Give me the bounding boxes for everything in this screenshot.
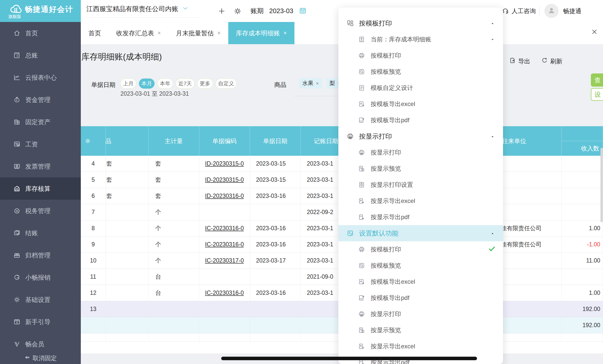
cell-no bbox=[81, 317, 106, 333]
collapse-caret[interactable] bbox=[491, 133, 494, 140]
vertical-scrollbar-thumb[interactable] bbox=[600, 148, 603, 222]
date-pill-更多[interactable]: 更多 bbox=[197, 79, 213, 89]
sidebar-item-首页[interactable]: 首页 bbox=[0, 22, 81, 44]
product-tag-水果[interactable]: 水果× bbox=[299, 78, 322, 88]
menu-item-按模板打印[interactable]: 按模板打印 bbox=[338, 241, 503, 257]
menu-item-按显示导出excel[interactable]: 按显示导出excel bbox=[338, 193, 503, 209]
cell-qty bbox=[562, 172, 603, 188]
horizontal-scrollbar-thumb[interactable] bbox=[221, 357, 477, 360]
menu-item-按模板导出excel[interactable]: 按模板导出excel bbox=[338, 96, 503, 112]
menu-item-按显示打印[interactable]: 按显示打印 bbox=[338, 144, 503, 161]
tag-remove-icon[interactable]: × bbox=[316, 81, 319, 86]
caret-down-icon bbox=[491, 38, 494, 41]
cell-doc_date: 2023-03-16 bbox=[250, 220, 301, 236]
menu-item-按显示打印设置[interactable]: 按显示打印设置 bbox=[338, 177, 503, 193]
sidebar-item-label: 云报表中心 bbox=[25, 73, 57, 82]
period-selector[interactable]: 账期 2023-03 bbox=[250, 0, 307, 22]
sidebar-item-畅会员[interactable]: 畅会员 bbox=[0, 333, 81, 355]
menu-item-按模板导出pdf[interactable]: PDF按模板导出pdf bbox=[338, 290, 503, 306]
cell-no: 8 bbox=[81, 220, 106, 236]
income-qty-header: 收入数 bbox=[562, 141, 603, 156]
cell-unit: 套 bbox=[148, 156, 199, 172]
sidebar-item-总账[interactable]: ¥总账 bbox=[0, 44, 81, 66]
doc-code-link[interactable]: IC-20230316-0 bbox=[205, 225, 244, 232]
column-settings-button[interactable]: 设 bbox=[591, 88, 603, 101]
add-account-set-button[interactable] bbox=[218, 7, 226, 16]
tab-库存成本明细账[interactable]: 库存成本明细账× bbox=[228, 22, 294, 44]
tag-label: 梨 bbox=[330, 80, 335, 87]
date-pill-上月[interactable]: 上月 bbox=[120, 79, 136, 89]
doc-code-link[interactable]: IC-20230316-0 bbox=[205, 241, 244, 248]
cell-doc_date: 2023-03-15 bbox=[250, 172, 301, 188]
svg-text:¥: ¥ bbox=[15, 232, 17, 234]
cell-no bbox=[81, 333, 106, 342]
sidebar-item-发票管理[interactable]: ¥发票管理 bbox=[0, 155, 81, 177]
menu-item-按模板打印[interactable]: 按模板打印 bbox=[338, 47, 503, 64]
tab-收发存汇总表[interactable]: 收发存汇总表× bbox=[109, 22, 168, 44]
brand-name: 畅捷通好会计 bbox=[25, 4, 73, 15]
menu-item-按显示导出excel[interactable]: 按显示导出excel bbox=[338, 338, 503, 354]
menu-item-模板自定义设计[interactable]: 模板自定义设计 bbox=[338, 80, 503, 96]
avatar[interactable] bbox=[544, 4, 559, 18]
sidebar-item-基础设置[interactable]: 基础设置 bbox=[0, 289, 81, 311]
tab-月末批量暂估[interactable]: 月末批量暂估× bbox=[168, 22, 228, 44]
menu-item-按显示导出pdf[interactable]: PDF按显示导出pdf bbox=[338, 209, 503, 225]
cell-doc_date bbox=[250, 333, 301, 342]
cell-partner bbox=[503, 317, 562, 333]
date-pill-自定义[interactable]: 自定义 bbox=[216, 79, 237, 89]
sidebar-item-结账[interactable]: ¥结账 bbox=[0, 222, 81, 244]
menu-item-按模板导出pdf[interactable]: PDF按模板导出pdf bbox=[338, 112, 503, 128]
sidebar-item-新手引导[interactable]: 新手引导 bbox=[0, 311, 81, 333]
cell-unit bbox=[148, 301, 199, 317]
company-selector[interactable]: 江西服宝精品有限责任公司内账 bbox=[86, 0, 189, 18]
period-label: 账期 bbox=[250, 7, 264, 15]
tab-首页[interactable]: 首页 bbox=[81, 22, 109, 44]
sidebar-item-归档管理[interactable]: 归档管理 bbox=[0, 244, 81, 266]
export-button[interactable]: 导出 bbox=[509, 57, 530, 65]
menu-item-按显示预览[interactable]: 按显示预览 bbox=[338, 161, 503, 177]
unpin-label: 取消固定 bbox=[33, 354, 57, 362]
export-label: 导出 bbox=[518, 57, 530, 65]
tab-close-icon[interactable]: × bbox=[217, 30, 221, 36]
close-icon[interactable] bbox=[590, 28, 598, 37]
query-button[interactable]: 查 bbox=[591, 73, 603, 87]
menu-group-按显示打印[interactable]: 按显示打印 bbox=[338, 128, 503, 144]
menu-item-按显示打印[interactable]: 按显示打印 bbox=[338, 306, 503, 322]
account-settings-button[interactable] bbox=[233, 7, 242, 16]
sidebar-item-云报表中心[interactable]: 云报表中心 bbox=[0, 66, 81, 89]
date-pill-近7天[interactable]: 近7天 bbox=[176, 79, 194, 89]
sidebar-item-工资[interactable]: ¥工资 bbox=[0, 133, 81, 155]
collapse-caret[interactable] bbox=[491, 19, 494, 27]
tab-close-icon[interactable]: × bbox=[284, 30, 287, 36]
support-link[interactable]: 人工咨询 bbox=[501, 0, 536, 22]
sidebar-item-库存核算[interactable]: 库存核算 bbox=[0, 177, 81, 200]
doc-code-link[interactable]: ID-20230315-0 bbox=[205, 160, 244, 167]
unpin-sidebar-button[interactable]: 取消固定 bbox=[0, 352, 81, 364]
sidebar-item-资金管理[interactable]: ¥资金管理 bbox=[0, 89, 81, 111]
menu-item-按显示预览[interactable]: 按显示预览 bbox=[338, 322, 503, 338]
printer-icon bbox=[358, 246, 365, 253]
doc-code-link[interactable]: IC-20230316-0 bbox=[205, 290, 244, 296]
sidebar-item-固定资产[interactable]: 固定资产 bbox=[0, 111, 81, 133]
doc-code-link[interactable]: IC-20230317-0 bbox=[205, 257, 244, 264]
collapse-caret[interactable] bbox=[491, 229, 494, 237]
menu-item-按模板预览[interactable]: 按模板预览 bbox=[338, 257, 503, 274]
sidebar-item-税务管理[interactable]: 税税务管理 bbox=[0, 200, 81, 222]
doc-code-link[interactable]: ID-20230316-0 bbox=[205, 193, 244, 199]
doc-code-link[interactable]: ID-20230315-0 bbox=[205, 176, 244, 183]
menu-item-按模板导出excel[interactable]: 按模板导出excel bbox=[338, 274, 503, 290]
menu-group-设置默认功能[interactable]: 设置默认功能 bbox=[338, 225, 503, 241]
menu-group-按模板打印[interactable]: 按模板打印 bbox=[338, 15, 503, 31]
tab-close-icon[interactable]: × bbox=[158, 30, 161, 36]
column-settings-icon[interactable] bbox=[84, 138, 91, 144]
refresh-button[interactable]: 刷新 bbox=[541, 57, 562, 65]
sidebar-item-小畅报销[interactable]: 小畅报销 bbox=[0, 266, 81, 289]
cell-code: IC-20230317-0 bbox=[199, 253, 250, 269]
cell-doc_date bbox=[250, 301, 301, 317]
doclocation-icon bbox=[358, 36, 365, 43]
menu-item-当前：库存成本明细账[interactable]: 当前：库存成本明细账 bbox=[338, 31, 503, 47]
expand-caret[interactable] bbox=[491, 36, 494, 43]
date-pill-本年[interactable]: 本年 bbox=[157, 79, 173, 89]
date-pill-本月[interactable]: 本月 bbox=[139, 79, 155, 89]
menu-item-按模板预览[interactable]: 按模板预览 bbox=[338, 64, 503, 80]
